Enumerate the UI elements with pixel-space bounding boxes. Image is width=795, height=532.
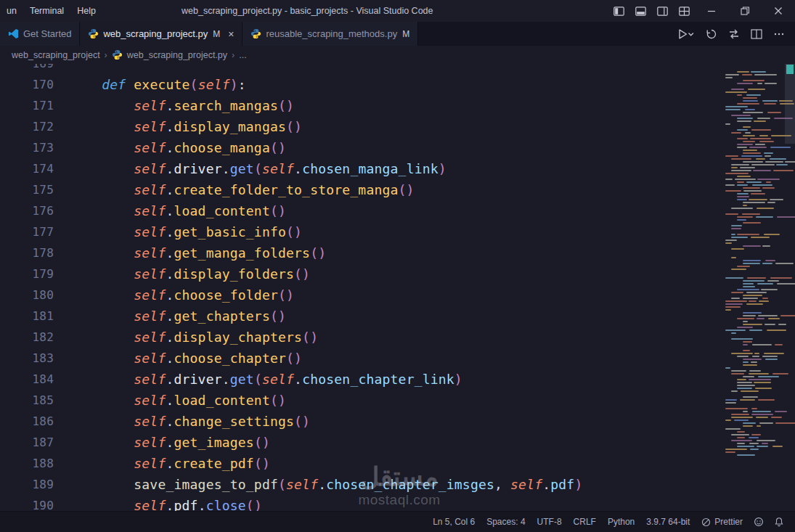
- code-line[interactable]: 183 self.choose_chapter(): [0, 348, 719, 369]
- minimap-token: [743, 97, 757, 99]
- minimap-line: [722, 219, 785, 221]
- status-item[interactable]: Prettier: [696, 517, 749, 527]
- status-item[interactable]: 3.9.7 64-bit: [640, 517, 696, 527]
- code-token: [70, 393, 134, 408]
- code-line[interactable]: 169: [0, 64, 719, 74]
- minimap-line: [722, 434, 785, 435]
- code-line[interactable]: 182 self.display_chapters(): [0, 327, 719, 348]
- minimap-line: [722, 263, 785, 264]
- split-editor-icon[interactable]: [751, 29, 762, 39]
- restore-icon[interactable]: [728, 0, 762, 22]
- code-token: [70, 351, 134, 366]
- code-line[interactable]: 180 self.choose_folder(): [0, 285, 719, 306]
- editor-tab[interactable]: web_scraping_project.pyM×: [80, 22, 242, 46]
- open-changes-icon[interactable]: [728, 28, 740, 40]
- code-token: self: [134, 266, 166, 282]
- code-line[interactable]: 185 self.load_content(): [0, 390, 719, 411]
- code-line[interactable]: 174 self.driver.get(self.chosen_manga_li…: [0, 158, 719, 179]
- code-token: (): [286, 351, 302, 366]
- menu-item[interactable]: un: [0, 0, 23, 22]
- minimap-line: [722, 245, 785, 247]
- tab-close-icon[interactable]: ×: [228, 29, 234, 39]
- minimap-line: [722, 356, 785, 357]
- minimap[interactable]: [722, 65, 785, 457]
- minimap-token: [725, 240, 737, 241]
- minimap-token: [742, 213, 760, 215]
- scrollbar-thumb[interactable]: [785, 64, 795, 144]
- status-item[interactable]: Ln 5, Col 6: [427, 517, 481, 527]
- code-token: [70, 498, 134, 511]
- status-item[interactable]: UTF-8: [531, 517, 568, 527]
- code-line[interactable]: 172 self.display_mangas(): [0, 116, 719, 137]
- minimap-line: [722, 74, 785, 75]
- minimap-line: [722, 350, 785, 351]
- status-bar: Ln 5, Col 6Spaces: 4UTF-8CRLFPython3.9.7…: [0, 511, 795, 532]
- minimap-token: [743, 344, 748, 345]
- code-line[interactable]: 184 self.driver.get(self.chosen_chapter_…: [0, 369, 719, 390]
- minimap-line: [722, 251, 785, 253]
- minimap-token: [725, 190, 741, 192]
- more-actions-icon[interactable]: [773, 28, 785, 40]
- minimap-line: [722, 382, 785, 383]
- breadcrumb-item[interactable]: web_scraping_project: [12, 50, 100, 60]
- minimap-token: [737, 184, 748, 186]
- code-line[interactable]: 171 self.search_mangas(): [0, 95, 719, 116]
- code-line[interactable]: 170 def execute(self):: [0, 74, 719, 95]
- minimap-token: [745, 109, 754, 110]
- minimap-token: [758, 399, 775, 401]
- minimap-token: [757, 440, 775, 441]
- minimap-token: [759, 300, 769, 302]
- minimap-token: [743, 425, 753, 427]
- status-item[interactable]: Python: [602, 517, 640, 527]
- minimap-token: [754, 382, 771, 383]
- minimap-token: [743, 141, 755, 142]
- minimap-token: [768, 318, 780, 319]
- code-line[interactable]: 177 self.get_basic_info(): [0, 221, 719, 242]
- code-line[interactable]: 190 self.pdf.close(): [0, 495, 719, 511]
- vscode-window: unTerminalHelp web_scraping_project.py -…: [0, 0, 795, 532]
- history-icon[interactable]: [706, 28, 717, 40]
- code-token: .: [166, 351, 174, 366]
- code-line[interactable]: 181 self.get_chapters(): [0, 306, 719, 327]
- layout-secondary-icon[interactable]: [651, 0, 673, 22]
- breadcrumb-item[interactable]: ...: [239, 50, 246, 60]
- code-line[interactable]: 178 self.get_manga_folders(): [0, 242, 719, 263]
- breadcrumb-item[interactable]: web_scraping_project.py: [127, 50, 227, 60]
- code-line[interactable]: 187 self.get_images(): [0, 432, 719, 453]
- close-icon[interactable]: [762, 0, 795, 22]
- code-token: ): [574, 477, 582, 492]
- code-line[interactable]: 175 self.create_folder_to_store_manga(): [0, 179, 719, 200]
- code-text: self.get_basic_info(): [70, 221, 302, 242]
- minimap-token: [758, 315, 778, 316]
- code-text: self.choose_folder(): [70, 285, 294, 306]
- minimap-token: [731, 89, 744, 90]
- layout-sidebar-icon[interactable]: [608, 0, 629, 22]
- customize-layout-icon[interactable]: [673, 0, 695, 22]
- menu-item[interactable]: Terminal: [23, 0, 70, 22]
- code-line[interactable]: 176 self.load_content(): [0, 200, 719, 221]
- code-token: :: [238, 77, 246, 92]
- status-item[interactable]: Spaces: 4: [481, 517, 531, 527]
- editor-tab[interactable]: reusable_scraping_methods.pyM: [242, 22, 418, 46]
- status-item[interactable]: CRLF: [568, 517, 602, 527]
- minimap-token: [759, 135, 769, 136]
- feedback-icon[interactable]: [749, 517, 769, 527]
- menu-item[interactable]: Help: [70, 0, 102, 22]
- layout-panel-icon[interactable]: [629, 0, 651, 22]
- code-line[interactable]: 189 save_images_to_pdf(self.chosen_chapt…: [0, 474, 719, 495]
- line-number: 180: [0, 285, 70, 306]
- minimize-icon[interactable]: [695, 0, 728, 22]
- run-button[interactable]: [677, 28, 695, 40]
- code-line[interactable]: 173 self.choose_manga(): [0, 137, 719, 158]
- code-token: (): [278, 287, 294, 303]
- editor[interactable]: 169170 def execute(self):171 self.search…: [0, 64, 795, 511]
- minimap-token: [743, 359, 762, 360]
- code-line[interactable]: 188 self.create_pdf(): [0, 453, 719, 474]
- code-line[interactable]: 179 self.display_folders(): [0, 263, 719, 285]
- code-line[interactable]: 186 self.change_settings(): [0, 411, 719, 432]
- minimap-token: [731, 417, 753, 418]
- minimap-token: [725, 367, 730, 369]
- scrollbar[interactable]: [785, 64, 795, 511]
- bell-icon[interactable]: [769, 517, 789, 527]
- editor-tab[interactable]: Get Started: [0, 22, 80, 46]
